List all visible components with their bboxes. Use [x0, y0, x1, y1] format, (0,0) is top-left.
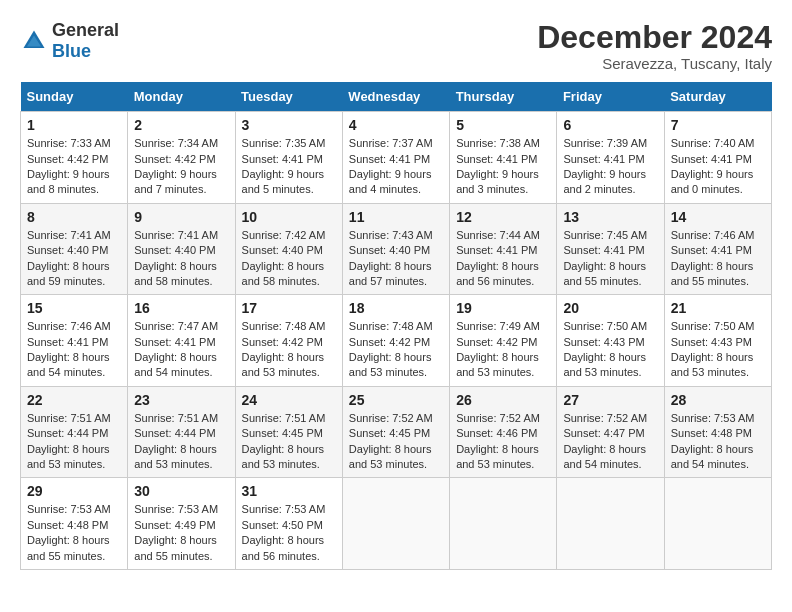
- calendar-day-cell: 9 Sunrise: 7:41 AMSunset: 4:40 PMDayligh…: [128, 203, 235, 295]
- day-number: 18: [349, 300, 443, 316]
- day-info: Sunrise: 7:44 AMSunset: 4:41 PMDaylight:…: [456, 229, 540, 287]
- calendar-day-cell: 15 Sunrise: 7:46 AMSunset: 4:41 PMDaylig…: [21, 295, 128, 387]
- calendar-week-row: 22 Sunrise: 7:51 AMSunset: 4:44 PMDaylig…: [21, 386, 772, 478]
- day-number: 19: [456, 300, 550, 316]
- weekday-header-cell: Wednesday: [342, 82, 449, 112]
- day-info: Sunrise: 7:53 AMSunset: 4:49 PMDaylight:…: [134, 503, 218, 561]
- day-number: 13: [563, 209, 657, 225]
- calendar-day-cell: 31 Sunrise: 7:53 AMSunset: 4:50 PMDaylig…: [235, 478, 342, 570]
- page-header: General Blue December 2024 Seravezza, Tu…: [20, 20, 772, 72]
- calendar-day-cell: [664, 478, 771, 570]
- day-info: Sunrise: 7:51 AMSunset: 4:44 PMDaylight:…: [134, 412, 218, 470]
- day-number: 1: [27, 117, 121, 133]
- day-number: 6: [563, 117, 657, 133]
- calendar-day-cell: 7 Sunrise: 7:40 AMSunset: 4:41 PMDayligh…: [664, 112, 771, 204]
- calendar-day-cell: [342, 478, 449, 570]
- calendar-day-cell: 14 Sunrise: 7:46 AMSunset: 4:41 PMDaylig…: [664, 203, 771, 295]
- day-info: Sunrise: 7:35 AMSunset: 4:41 PMDaylight:…: [242, 137, 326, 195]
- day-number: 28: [671, 392, 765, 408]
- calendar-day-cell: [450, 478, 557, 570]
- day-number: 17: [242, 300, 336, 316]
- day-number: 15: [27, 300, 121, 316]
- calendar-table: SundayMondayTuesdayWednesdayThursdayFrid…: [20, 82, 772, 570]
- day-info: Sunrise: 7:53 AMSunset: 4:50 PMDaylight:…: [242, 503, 326, 561]
- calendar-day-cell: 23 Sunrise: 7:51 AMSunset: 4:44 PMDaylig…: [128, 386, 235, 478]
- day-info: Sunrise: 7:50 AMSunset: 4:43 PMDaylight:…: [563, 320, 647, 378]
- day-number: 21: [671, 300, 765, 316]
- day-number: 26: [456, 392, 550, 408]
- calendar-day-cell: 4 Sunrise: 7:37 AMSunset: 4:41 PMDayligh…: [342, 112, 449, 204]
- day-info: Sunrise: 7:46 AMSunset: 4:41 PMDaylight:…: [27, 320, 111, 378]
- day-info: Sunrise: 7:34 AMSunset: 4:42 PMDaylight:…: [134, 137, 218, 195]
- logo-icon: [20, 27, 48, 55]
- calendar-day-cell: 28 Sunrise: 7:53 AMSunset: 4:48 PMDaylig…: [664, 386, 771, 478]
- day-number: 27: [563, 392, 657, 408]
- day-number: 5: [456, 117, 550, 133]
- title-block: December 2024 Seravezza, Tuscany, Italy: [537, 20, 772, 72]
- calendar-week-row: 1 Sunrise: 7:33 AMSunset: 4:42 PMDayligh…: [21, 112, 772, 204]
- day-number: 7: [671, 117, 765, 133]
- day-info: Sunrise: 7:41 AMSunset: 4:40 PMDaylight:…: [27, 229, 111, 287]
- day-info: Sunrise: 7:41 AMSunset: 4:40 PMDaylight:…: [134, 229, 218, 287]
- calendar-day-cell: 16 Sunrise: 7:47 AMSunset: 4:41 PMDaylig…: [128, 295, 235, 387]
- calendar-day-cell: 26 Sunrise: 7:52 AMSunset: 4:46 PMDaylig…: [450, 386, 557, 478]
- day-info: Sunrise: 7:47 AMSunset: 4:41 PMDaylight:…: [134, 320, 218, 378]
- location-title: Seravezza, Tuscany, Italy: [537, 55, 772, 72]
- day-info: Sunrise: 7:51 AMSunset: 4:45 PMDaylight:…: [242, 412, 326, 470]
- logo-blue-text: Blue: [52, 41, 91, 61]
- day-number: 11: [349, 209, 443, 225]
- day-number: 4: [349, 117, 443, 133]
- calendar-day-cell: 19 Sunrise: 7:49 AMSunset: 4:42 PMDaylig…: [450, 295, 557, 387]
- month-title: December 2024: [537, 20, 772, 55]
- day-info: Sunrise: 7:50 AMSunset: 4:43 PMDaylight:…: [671, 320, 755, 378]
- calendar-day-cell: 8 Sunrise: 7:41 AMSunset: 4:40 PMDayligh…: [21, 203, 128, 295]
- calendar-day-cell: 13 Sunrise: 7:45 AMSunset: 4:41 PMDaylig…: [557, 203, 664, 295]
- weekday-header-cell: Friday: [557, 82, 664, 112]
- calendar-day-cell: 22 Sunrise: 7:51 AMSunset: 4:44 PMDaylig…: [21, 386, 128, 478]
- day-info: Sunrise: 7:37 AMSunset: 4:41 PMDaylight:…: [349, 137, 433, 195]
- day-info: Sunrise: 7:45 AMSunset: 4:41 PMDaylight:…: [563, 229, 647, 287]
- day-number: 25: [349, 392, 443, 408]
- calendar-day-cell: 20 Sunrise: 7:50 AMSunset: 4:43 PMDaylig…: [557, 295, 664, 387]
- weekday-header-row: SundayMondayTuesdayWednesdayThursdayFrid…: [21, 82, 772, 112]
- calendar-day-cell: 17 Sunrise: 7:48 AMSunset: 4:42 PMDaylig…: [235, 295, 342, 387]
- day-number: 22: [27, 392, 121, 408]
- logo-general-text: General: [52, 20, 119, 40]
- calendar-day-cell: 12 Sunrise: 7:44 AMSunset: 4:41 PMDaylig…: [450, 203, 557, 295]
- calendar-day-cell: 18 Sunrise: 7:48 AMSunset: 4:42 PMDaylig…: [342, 295, 449, 387]
- calendar-week-row: 29 Sunrise: 7:53 AMSunset: 4:48 PMDaylig…: [21, 478, 772, 570]
- calendar-day-cell: 1 Sunrise: 7:33 AMSunset: 4:42 PMDayligh…: [21, 112, 128, 204]
- day-info: Sunrise: 7:53 AMSunset: 4:48 PMDaylight:…: [27, 503, 111, 561]
- calendar-day-cell: 21 Sunrise: 7:50 AMSunset: 4:43 PMDaylig…: [664, 295, 771, 387]
- calendar-day-cell: [557, 478, 664, 570]
- day-info: Sunrise: 7:38 AMSunset: 4:41 PMDaylight:…: [456, 137, 540, 195]
- calendar-week-row: 8 Sunrise: 7:41 AMSunset: 4:40 PMDayligh…: [21, 203, 772, 295]
- day-number: 23: [134, 392, 228, 408]
- calendar-day-cell: 10 Sunrise: 7:42 AMSunset: 4:40 PMDaylig…: [235, 203, 342, 295]
- calendar-day-cell: 25 Sunrise: 7:52 AMSunset: 4:45 PMDaylig…: [342, 386, 449, 478]
- day-info: Sunrise: 7:42 AMSunset: 4:40 PMDaylight:…: [242, 229, 326, 287]
- calendar-day-cell: 29 Sunrise: 7:53 AMSunset: 4:48 PMDaylig…: [21, 478, 128, 570]
- day-number: 8: [27, 209, 121, 225]
- logo: General Blue: [20, 20, 119, 62]
- calendar-body: 1 Sunrise: 7:33 AMSunset: 4:42 PMDayligh…: [21, 112, 772, 570]
- day-info: Sunrise: 7:39 AMSunset: 4:41 PMDaylight:…: [563, 137, 647, 195]
- weekday-header-cell: Sunday: [21, 82, 128, 112]
- calendar-day-cell: 30 Sunrise: 7:53 AMSunset: 4:49 PMDaylig…: [128, 478, 235, 570]
- weekday-header-cell: Tuesday: [235, 82, 342, 112]
- calendar-day-cell: 27 Sunrise: 7:52 AMSunset: 4:47 PMDaylig…: [557, 386, 664, 478]
- calendar-day-cell: 3 Sunrise: 7:35 AMSunset: 4:41 PMDayligh…: [235, 112, 342, 204]
- day-number: 2: [134, 117, 228, 133]
- day-number: 24: [242, 392, 336, 408]
- day-info: Sunrise: 7:48 AMSunset: 4:42 PMDaylight:…: [349, 320, 433, 378]
- day-info: Sunrise: 7:48 AMSunset: 4:42 PMDaylight:…: [242, 320, 326, 378]
- calendar-day-cell: 2 Sunrise: 7:34 AMSunset: 4:42 PMDayligh…: [128, 112, 235, 204]
- day-info: Sunrise: 7:52 AMSunset: 4:46 PMDaylight:…: [456, 412, 540, 470]
- day-info: Sunrise: 7:46 AMSunset: 4:41 PMDaylight:…: [671, 229, 755, 287]
- weekday-header-cell: Saturday: [664, 82, 771, 112]
- weekday-header-cell: Thursday: [450, 82, 557, 112]
- calendar-day-cell: 11 Sunrise: 7:43 AMSunset: 4:40 PMDaylig…: [342, 203, 449, 295]
- day-info: Sunrise: 7:51 AMSunset: 4:44 PMDaylight:…: [27, 412, 111, 470]
- day-info: Sunrise: 7:43 AMSunset: 4:40 PMDaylight:…: [349, 229, 433, 287]
- day-number: 9: [134, 209, 228, 225]
